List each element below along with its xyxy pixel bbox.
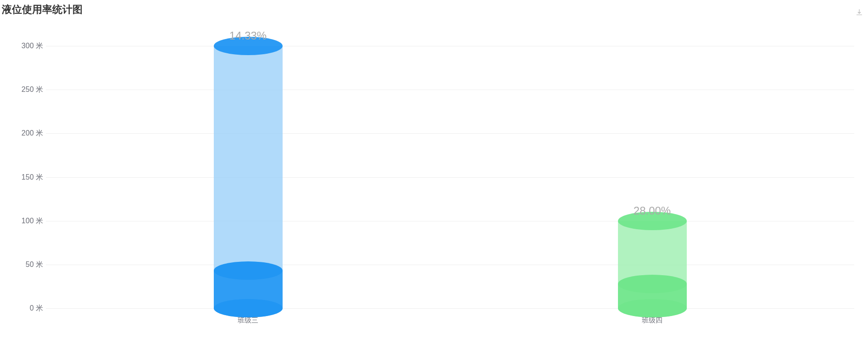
gridline (46, 221, 854, 221)
cylinder-bar[interactable]: 14.33% (214, 46, 283, 308)
plot-area: 0 米50 米100 米150 米200 米250 米300 米14.33%班级… (46, 46, 854, 308)
y-axis-tick: 100 米 (18, 216, 43, 226)
data-label: 28.00% (634, 204, 671, 217)
y-axis-tick: 0 米 (18, 304, 43, 313)
x-axis-tick: 班级三 (238, 316, 258, 325)
gridline (46, 177, 854, 178)
cylinder-fill-bottom-ellipse (214, 299, 283, 317)
chart-toolbox (855, 8, 863, 17)
cylinder-fill-bottom-ellipse (618, 299, 687, 317)
save-image-icon[interactable] (855, 8, 863, 17)
data-label: 14.33% (229, 29, 267, 42)
gridline (46, 308, 854, 309)
chart-container: 液位使用率统计图 0 米50 米100 米150 米200 米250 米300 … (0, 0, 868, 345)
y-axis-tick: 150 米 (18, 172, 43, 182)
y-axis-tick: 50 米 (18, 260, 43, 269)
y-axis-tick: 300 米 (18, 41, 43, 51)
y-axis-tick: 250 米 (18, 85, 43, 95)
y-axis-tick: 200 米 (18, 129, 43, 138)
cylinder-bar[interactable]: 28.00% (618, 221, 687, 308)
gridline (46, 46, 854, 46)
gridline (46, 133, 854, 134)
x-axis-tick: 班级四 (642, 316, 662, 325)
cylinder-fill-top-ellipse (214, 261, 283, 280)
cylinder-fill-top-ellipse (618, 275, 687, 293)
gridline (46, 90, 854, 90)
gridline (46, 265, 854, 265)
chart-title: 液位使用率统计图 (2, 3, 83, 17)
